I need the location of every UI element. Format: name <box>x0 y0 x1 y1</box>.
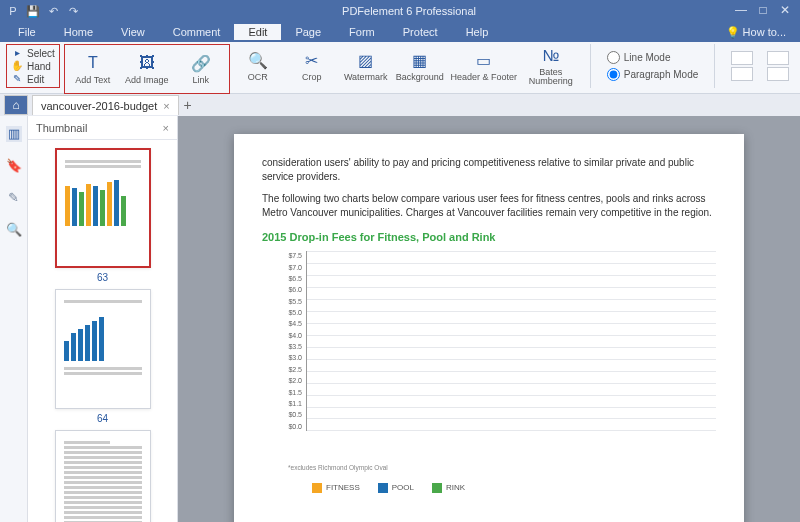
chart-legend: FITNESS POOL RINK <box>312 482 716 493</box>
category-label: SURREY LEISURE CENTRE AND GUILDFORD RECR… <box>487 307 496 522</box>
watermark-button[interactable]: ▨Watermark <box>342 44 390 88</box>
chart-footnote: *excludes Richmond Olympic Oval <box>288 463 716 472</box>
thumbnail-panel: Thumbnail × 63 64 <box>28 116 178 522</box>
menu-view[interactable]: View <box>107 24 159 40</box>
edit-mode[interactable]: ✎Edit <box>11 73 55 85</box>
tab-label: vancouver-2016-budget <box>41 100 157 112</box>
save-icon[interactable]: 💾 <box>26 4 40 18</box>
bookmarks-icon[interactable]: 🔖 <box>6 158 22 174</box>
paragraph-mode-radio[interactable]: Paragraph Mode <box>607 68 699 81</box>
legend-label: RINK <box>446 482 465 493</box>
bar-chart: $7.5$7.0$6.5$6.0$5.5$5.0$4.5$4.0$3.5$3.0… <box>282 251 716 461</box>
body-text: consideration users' ability to pay and … <box>262 156 716 184</box>
pdf-page: consideration users' ability to pay and … <box>234 134 744 522</box>
category-label: WATERMANIA (RICHMOND) <box>584 376 593 468</box>
close-button[interactable]: ✕ <box>776 4 794 18</box>
select-mode[interactable]: ▸Select <box>11 47 55 59</box>
document-viewport[interactable]: consideration users' ability to pay and … <box>178 116 800 522</box>
redo-icon[interactable]: ↷ <box>66 4 80 18</box>
app-title: PDFelement 6 Professional <box>86 5 732 17</box>
menu-file[interactable]: File <box>4 24 50 40</box>
body-text: The following two charts below compare v… <box>262 192 716 220</box>
menu-help[interactable]: Help <box>452 24 503 40</box>
thumbnail-list: 63 64 65 <box>28 140 177 522</box>
category-label: WEST VANCOUVER <box>687 389 696 455</box>
thumbnails-icon[interactable]: ▥ <box>6 126 22 142</box>
link-icon: 🔗 <box>191 53 211 73</box>
legend-label: POOL <box>392 482 414 493</box>
hand-icon: ✋ <box>11 60 23 72</box>
align-option-4[interactable] <box>767 67 789 81</box>
add-image-button[interactable]: 🖼Add Image <box>123 47 171 91</box>
page-number: 63 <box>55 272 151 283</box>
link-button[interactable]: 🔗Link <box>177 47 225 91</box>
new-tab-button[interactable]: + <box>179 97 197 113</box>
ocr-icon: 🔍 <box>248 50 268 70</box>
hand-mode[interactable]: ✋Hand <box>11 60 55 72</box>
how-to-link[interactable]: 💡 How to... <box>716 24 796 41</box>
tab-close-icon[interactable]: × <box>163 100 169 112</box>
bates-icon: № <box>541 46 561 66</box>
menu-home[interactable]: Home <box>50 24 107 40</box>
add-text-button[interactable]: TAdd Text <box>69 47 117 91</box>
crop-icon: ✂ <box>302 50 322 70</box>
ocr-button[interactable]: 🔍OCR <box>234 44 282 88</box>
thumbnail-title: Thumbnail <box>36 122 87 134</box>
document-tabs: ⌂ vancouver-2016-budget × + <box>0 94 800 116</box>
search-icon[interactable]: 🔍 <box>6 222 22 238</box>
align-option-2[interactable] <box>731 67 753 81</box>
selection-mode-group: ▸Select ✋Hand ✎Edit <box>6 44 60 88</box>
page-number: 64 <box>55 413 151 424</box>
ribbon-toolbar: ▸Select ✋Hand ✎Edit TAdd Text 🖼Add Image… <box>0 42 800 94</box>
chart-plot-area: BURNABYNORTH VANCOUVERSURREYSURREY LEISU… <box>306 251 716 431</box>
align-group <box>727 44 757 88</box>
align-group-2 <box>763 44 793 88</box>
image-icon: 🖼 <box>137 53 157 73</box>
header-footer-button[interactable]: ▭Header & Footer <box>450 44 518 88</box>
menu-edit[interactable]: Edit <box>234 24 281 40</box>
watermark-icon: ▨ <box>356 50 376 70</box>
background-button[interactable]: ▦Background <box>396 44 444 88</box>
menu-protect[interactable]: Protect <box>389 24 452 40</box>
line-mode-radio[interactable]: Line Mode <box>607 51 699 64</box>
background-icon: ▦ <box>410 50 430 70</box>
thumbnail-header: Thumbnail × <box>28 116 177 140</box>
home-tab[interactable]: ⌂ <box>4 95 28 115</box>
minimize-button[interactable]: — <box>732 4 750 18</box>
swatch-pool <box>378 483 388 493</box>
cursor-icon: ▸ <box>11 47 23 59</box>
bates-button[interactable]: №Bates Numbering <box>524 44 578 88</box>
text-icon: T <box>83 53 103 73</box>
quick-access-toolbar: P 💾 ↶ ↷ <box>0 4 86 18</box>
menu-comment[interactable]: Comment <box>159 24 235 40</box>
thumbnail-page[interactable]: 65 <box>55 430 151 522</box>
document-tab[interactable]: vancouver-2016-budget × <box>32 95 179 115</box>
y-axis: $7.5$7.0$6.5$6.0$5.5$5.0$4.5$4.0$3.5$3.0… <box>282 251 306 431</box>
category-label: BURNABY <box>315 405 324 440</box>
align-option-3[interactable] <box>767 51 789 65</box>
sidebar-rail: ▥ 🔖 ✎ 🔍 <box>0 116 28 522</box>
crop-button[interactable]: ✂Crop <box>288 44 336 88</box>
edit-mode-radios: Line Mode Paragraph Mode <box>603 44 703 88</box>
chart-title: 2015 Drop-in Fees for Fitness, Pool and … <box>262 230 716 245</box>
category-label: NORTH VANCOUVER <box>367 387 376 457</box>
swatch-fitness <box>312 483 322 493</box>
menu-form[interactable]: Form <box>335 24 389 40</box>
swatch-rink <box>432 483 442 493</box>
panel-close-icon[interactable]: × <box>163 122 169 134</box>
edit-tools-group: TAdd Text 🖼Add Image 🔗Link <box>64 44 230 94</box>
legend-label: FITNESS <box>326 482 360 493</box>
category-label: SURREY <box>430 407 439 436</box>
divider <box>714 44 715 88</box>
title-bar: P 💾 ↶ ↷ PDFelement 6 Professional — □ ✕ <box>0 0 800 22</box>
menu-page[interactable]: Page <box>281 24 335 40</box>
thumbnail-page[interactable]: 64 <box>55 289 151 424</box>
app-logo-icon: P <box>6 4 20 18</box>
edit-icon: ✎ <box>11 73 23 85</box>
undo-icon[interactable]: ↶ <box>46 4 60 18</box>
align-option-1[interactable] <box>731 51 753 65</box>
header-footer-icon: ▭ <box>474 50 494 70</box>
thumbnail-page[interactable]: 63 <box>55 148 151 283</box>
annotations-icon[interactable]: ✎ <box>6 190 22 206</box>
maximize-button[interactable]: □ <box>754 4 772 18</box>
